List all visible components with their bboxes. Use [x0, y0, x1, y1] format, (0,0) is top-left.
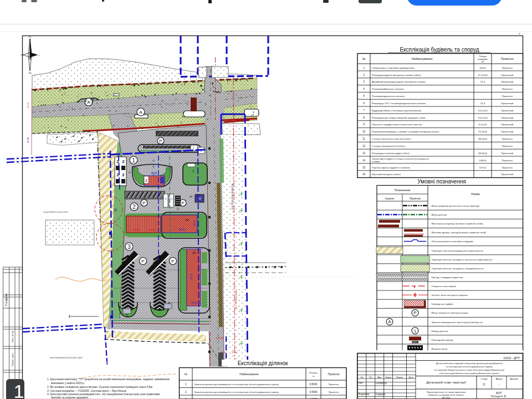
svg-text:ГАП: ГАП — [358, 382, 362, 385]
svg-text:/2023 - ДПТ: /2023 - ДПТ — [503, 356, 520, 360]
svg-text:Детальний план території: Детальний план території — [426, 381, 466, 384]
svg-text:№: № — [185, 372, 187, 376]
svg-text:13,0 (х2): 13,0 (х2) — [478, 109, 488, 112]
svg-text:та експлуатації об'єктів дорож: та експлуатації об'єктів дорожнього серв… — [446, 365, 493, 368]
svg-text:Пожежний резервуар з сухими та: Пожежний резервуар з сухими та мокрим ко… — [372, 130, 439, 133]
svg-text:- Місце зберігання автотранспо: - Місце зберігання автотранспорту — [430, 311, 469, 314]
svg-text:Проектний: Проектний — [501, 80, 513, 83]
svg-text:Паливороздавальна колонка: Паливороздавальна колонка — [372, 95, 405, 98]
svg-text:8: 8 — [363, 116, 365, 119]
svg-text:12: 12 — [166, 309, 170, 311]
svg-text:Найменування: Найменування — [412, 57, 433, 60]
svg-text:Шахтний колодязь (х2шт): Шахтний колодязь (х2шт) — [372, 173, 401, 176]
svg-text:Проектний: Проектний — [501, 109, 513, 112]
svg-text:6,0 (х2): 6,0 (х2) — [479, 123, 487, 126]
svg-text:Резервуар технічних рідин (х2ш: Резервуар технічних рідин (х2шт) — [372, 152, 410, 155]
svg-text:С: С — [38, 54, 40, 57]
svg-text:9: 9 — [363, 123, 365, 126]
svg-text:вул. Лісова дорога: вул. Лісова дорога — [234, 289, 237, 309]
svg-text:Проектна: Проектна — [502, 137, 513, 140]
svg-text:Аркуш: Аркуш — [496, 377, 503, 380]
svg-text:-: - — [499, 383, 500, 386]
svg-text:5: 5 — [152, 159, 154, 162]
svg-text:та мийок: та мийок — [372, 161, 380, 163]
svg-text:Аварійний резервуар рідкого мо: Аварійний резервуар рідкого моторного па… — [372, 80, 426, 83]
svg-text:Підпис: Підпис — [396, 376, 403, 378]
svg-text:Торгово-офісна будівля з навіл: Торгово-офісна будівля з навілем — [372, 166, 410, 169]
svg-text:А: А — [139, 110, 142, 115]
svg-text:Розробив: Розробив — [358, 393, 369, 396]
svg-text:7: 7 — [363, 109, 365, 112]
svg-text:Проектна: Проектна — [502, 145, 513, 147]
svg-text:20.00: 20.00 — [133, 229, 140, 232]
svg-text:Р: Р — [142, 201, 145, 206]
svg-text:Проектне: Проектне — [410, 197, 421, 200]
svg-text:6: 6 — [363, 102, 365, 105]
svg-text:- Машино-місця: - Машино-місця — [430, 347, 448, 350]
svg-text:Позначення: Позначення — [395, 188, 411, 192]
svg-text:- Житлова вулиця, проїзд (в ме: - Житлова вулиця, проїзд (в межах червон… — [430, 231, 487, 234]
svg-text:- Межа розробки детального пла: - Межа розробки детального плану територ… — [430, 204, 480, 207]
svg-text:21,0(х2): 21,0(х2) — [478, 130, 488, 133]
svg-text:Сидорук: Сидорук — [376, 393, 386, 396]
svg-text:Р: Р — [171, 259, 174, 264]
svg-text:Аркушів: Аркушів — [510, 377, 518, 380]
svg-text:16: 16 — [113, 208, 117, 212]
svg-text:П: П — [483, 383, 485, 386]
svg-text:М1:500: М1:500 — [442, 396, 451, 399]
svg-text:12: 12 — [170, 197, 173, 200]
svg-text:16: 16 — [362, 173, 366, 176]
svg-text:Зм: Зм — [360, 376, 363, 378]
svg-text:Солярчук: Солярчук — [376, 382, 387, 385]
svg-text:18.00: 18.00 — [232, 351, 238, 354]
svg-text:18.00: 18.00 — [191, 301, 197, 304]
svg-text:5: 5 — [152, 165, 154, 168]
svg-text:3: 3 — [127, 244, 131, 250]
svg-text:Дата: Дата — [408, 376, 414, 378]
svg-text:№: № — [362, 57, 366, 60]
svg-text:Станція біологічної очистки (х: Станція біологічної очистки (х2шт) — [372, 137, 411, 140]
svg-text:36.00: 36.00 — [190, 273, 193, 280]
svg-text:- Території зелених насаджень: - Території зелених насаджень спецпризна… — [430, 267, 484, 270]
svg-text:3: 3 — [363, 80, 365, 83]
svg-text:Проектний: Проектний — [501, 102, 513, 105]
svg-text:Найменування: Найменування — [239, 372, 259, 376]
svg-text:Станція знезараження (х2шт): Станція знезараження (х2шт) — [372, 145, 406, 147]
svg-text:Проектна: Проектна — [502, 66, 513, 69]
svg-text:- Території сільськогосподарсь: - Території сільськогосподарського призн… — [430, 249, 484, 252]
svg-text:Резервуар для збору очищених д: Резервуар для збору очищених дощових сто… — [372, 116, 426, 119]
svg-text:1: 1 — [145, 178, 147, 182]
svg-text:безпеки та охорони здоровля.: безпеки та охорони здоровля. — [51, 396, 89, 399]
svg-text:Площа,: Площа, — [309, 371, 318, 374]
svg-text:Підпис і дата: Підпис і дата — [11, 352, 14, 366]
svg-text:Проектний: Проектний — [501, 173, 513, 176]
svg-text:0,5000: 0,5000 — [309, 383, 317, 386]
svg-text:21,3: 21,3 — [480, 80, 485, 83]
svg-text:га: га — [313, 375, 315, 377]
svg-text:2: 2 — [122, 159, 125, 164]
svg-text:2: 2 — [132, 204, 136, 210]
svg-text:13: 13 — [176, 208, 180, 211]
svg-text:Проектна: Проектна — [502, 159, 513, 162]
svg-text:36,0(х2): 36,0(х2) — [478, 137, 488, 140]
svg-text:№док: №док — [385, 376, 391, 378]
svg-text:- Магістральна вулиця (в межах: - Магістральна вулиця (в межах червоних … — [430, 222, 483, 225]
svg-text:- Проїзд з твердим покриттям: - Проїзд з твердим покриттям — [430, 276, 463, 279]
svg-text:№ad70338500:03:001:0635: №ad70338500:03:001:0635 — [43, 211, 68, 213]
svg-text:36.00: 36.00 — [193, 220, 196, 226]
svg-text:Примітки: Примітки — [501, 57, 514, 60]
svg-text:2: 2 — [122, 172, 125, 177]
svg-text:- 1й пояс зони санітарної охор: - 1й пояс зони санітарної охорони — [430, 294, 468, 296]
svg-text:13,0 (х2): 13,0 (х2) — [478, 116, 488, 119]
svg-text:Примітки: Примітки — [328, 372, 340, 376]
svg-text:5: 5 — [363, 95, 365, 98]
svg-text:1170,0: 1170,0 — [479, 166, 487, 169]
svg-text:48.00: 48.00 — [178, 228, 185, 231]
svg-text:- Межа ділянки: - Межа ділянки — [430, 213, 447, 216]
svg-text:Операторна з торговим приміщен: Операторна з торговим приміщенням — [372, 66, 415, 69]
svg-text:Експлікація ділянок: Експлікація ділянок — [238, 360, 288, 366]
svg-text:1: 1 — [14, 381, 24, 399]
svg-text:Р: Р — [141, 259, 144, 264]
svg-text:11: 11 — [362, 137, 365, 140]
svg-text:2. Всі розміри та відмітки дан: 2. Всі розміри та відмітки дано в метрах… — [47, 386, 153, 388]
